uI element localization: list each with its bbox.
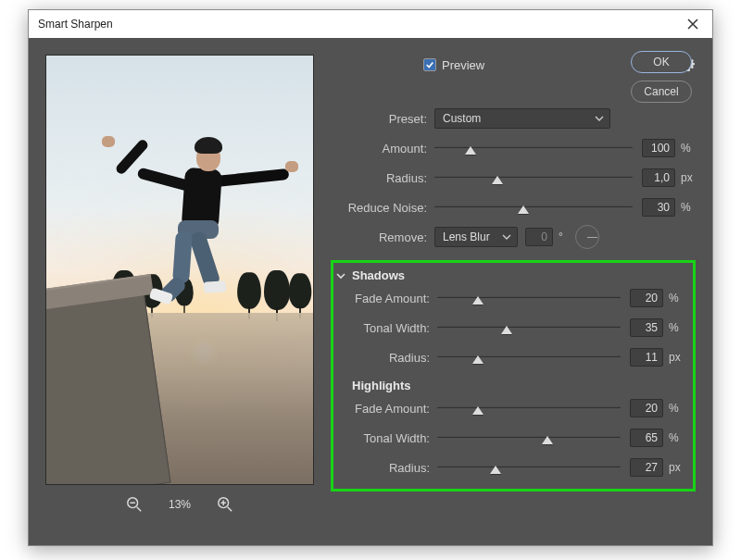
preview-label: Preview <box>442 58 484 72</box>
radius-unit: px <box>675 171 696 184</box>
reduce-noise-input[interactable]: 30 <box>642 198 675 217</box>
angle-dial[interactable] <box>575 225 599 249</box>
amount-unit: % <box>675 142 696 155</box>
close-icon <box>687 19 698 30</box>
close-button[interactable] <box>684 16 701 32</box>
zoom-level: 13% <box>169 498 191 511</box>
shadows-fade-input[interactable]: 20 <box>630 289 663 307</box>
zoom-out-button[interactable] <box>126 496 143 513</box>
shadows-tonal-slider[interactable] <box>437 317 621 338</box>
radius-label: Radius: <box>331 171 434 185</box>
shadows-fade-slider[interactable] <box>437 288 621 308</box>
radius-input[interactable]: 1,0 <box>642 168 675 187</box>
highlights-radius-label: Radius: <box>333 461 437 475</box>
highlights-radius-input[interactable]: 27 <box>630 458 663 477</box>
highlights-fade-slider[interactable] <box>437 398 621 418</box>
smart-sharpen-dialog: Smart Sharpen <box>28 9 713 546</box>
shadows-radius-slider[interactable] <box>437 347 621 367</box>
preview-checkbox[interactable] <box>423 58 436 71</box>
zoom-in-button[interactable] <box>217 496 233 513</box>
highlights-fade-label: Fade Amount: <box>333 402 437 416</box>
remove-angle-unit: ° <box>553 230 566 243</box>
preview-image[interactable] <box>45 55 314 485</box>
shadows-tonal-input[interactable]: 35 <box>630 318 663 337</box>
svg-line-1 <box>137 507 142 512</box>
window-title: Smart Sharpen <box>38 18 113 31</box>
chevron-down-icon <box>335 270 346 281</box>
titlebar: Smart Sharpen <box>29 10 712 38</box>
highlights-tonal-label: Tonal Width: <box>333 431 437 445</box>
reduce-noise-unit: % <box>675 201 696 214</box>
chevron-down-icon <box>595 114 604 123</box>
highlights-tonal-slider[interactable] <box>437 428 621 448</box>
reduce-noise-label: Reduce Noise: <box>331 201 434 215</box>
cancel-button[interactable]: Cancel <box>631 81 692 103</box>
ok-button[interactable]: OK <box>631 51 692 73</box>
amount-label: Amount: <box>331 142 434 156</box>
preset-label: Preset: <box>331 112 434 126</box>
highlights-fade-input[interactable]: 20 <box>630 399 663 417</box>
highlights-tonal-input[interactable]: 65 <box>630 429 663 447</box>
shadows-tonal-label: Tonal Width: <box>333 321 437 335</box>
radius-slider[interactable] <box>434 168 633 188</box>
preset-select[interactable]: Custom <box>434 108 610 129</box>
amount-input[interactable]: 100 <box>642 139 675 157</box>
shadows-highlights-panel: Shadows Fade Amount: 20 % Tonal Width: 3… <box>331 260 696 492</box>
chevron-down-icon <box>502 232 511 242</box>
remove-select[interactable]: Lens Blur <box>434 227 518 247</box>
zoom-in-icon <box>217 496 233 513</box>
shadows-radius-label: Radius: <box>333 351 437 365</box>
svg-line-4 <box>228 507 232 512</box>
remove-label: Remove: <box>331 230 434 244</box>
highlights-radius-slider[interactable] <box>437 457 621 478</box>
shadows-radius-input[interactable]: 11 <box>630 348 663 367</box>
shadows-header[interactable]: Shadows <box>333 268 684 282</box>
highlights-header[interactable]: Highlights <box>333 379 684 392</box>
zoom-out-icon <box>126 496 143 513</box>
shadows-fade-label: Fade Amount: <box>333 292 437 305</box>
remove-angle-input[interactable]: 0 <box>525 228 553 246</box>
checkmark-icon <box>425 60 434 69</box>
amount-slider[interactable] <box>434 138 633 158</box>
reduce-noise-slider[interactable] <box>434 197 633 218</box>
